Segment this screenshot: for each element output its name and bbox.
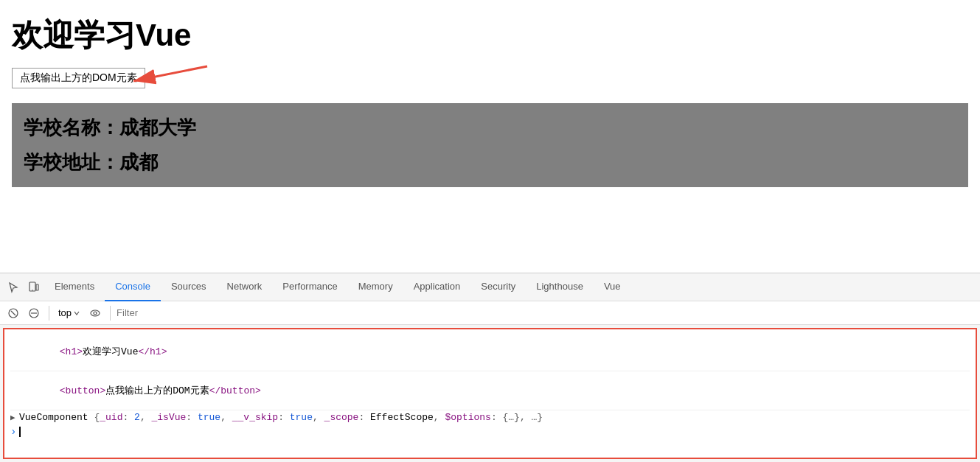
cursor-chevron: ›	[10, 426, 16, 438]
school-address-value: 成都	[119, 151, 158, 173]
dom-output-button[interactable]: 点我输出上方的DOM元素	[12, 68, 145, 88]
device-icon-btn[interactable]	[24, 277, 44, 298]
page-title: 欢迎学习Vue	[12, 15, 968, 56]
tab-performance[interactable]: Performance	[272, 273, 347, 301]
console-line-vue: ▶ VueComponent {_uid: 2, _isVue: true, _…	[10, 410, 970, 424]
school-address-label: 学校地址：	[24, 151, 119, 173]
toolbar-divider	[49, 306, 49, 321]
svg-point-4	[32, 290, 33, 291]
console-cursor-line: ›	[10, 424, 970, 439]
school-name: 学校名称：成都大学	[24, 115, 956, 141]
console-line-button: <button>点我输出上方的DOM元素</button>	[10, 371, 970, 410]
eye-btn[interactable]	[86, 304, 104, 322]
block-icon	[28, 307, 40, 319]
arrow-indicator	[126, 59, 215, 88]
school-address: 学校地址：成都	[24, 150, 956, 175]
filter-input[interactable]	[117, 307, 264, 318]
clear-icon	[7, 307, 19, 319]
eye-icon	[89, 307, 101, 319]
console-output: <h1>欢迎学习Vue</h1> <button>点我输出上方的DOM元素</b…	[3, 328, 977, 459]
context-label: top	[58, 307, 72, 318]
svg-line-1	[133, 66, 207, 81]
devtools-tabs-bar: Elements Console Sources Network Perform…	[0, 273, 980, 301]
tab-console[interactable]: Console	[105, 273, 161, 301]
school-name-label: 学校名称：	[24, 116, 119, 139]
tab-security[interactable]: Security	[470, 273, 526, 301]
cursor-icon-btn[interactable]	[3, 277, 24, 298]
cursor-icon	[7, 281, 19, 293]
school-name-value: 成都大学	[119, 116, 196, 139]
school-info: 学校名称：成都大学 学校地址：成都	[12, 103, 968, 187]
toolbar-divider-2	[110, 306, 111, 321]
clear-console-btn[interactable]	[4, 304, 22, 322]
expand-triangle[interactable]: ▶	[10, 413, 19, 422]
svg-rect-3	[36, 284, 38, 290]
tab-vue[interactable]: Vue	[594, 273, 631, 301]
cursor-bar	[19, 427, 21, 437]
chevron-down-icon	[73, 309, 80, 317]
svg-point-10	[94, 312, 97, 315]
page-content: 欢迎学习Vue 点我输出上方的DOM元素 学校名称：成都大学 学校地址：成都	[0, 0, 980, 273]
devtools-panel: Elements Console Sources Network Perform…	[0, 273, 980, 462]
tab-application[interactable]: Application	[403, 273, 471, 301]
block-btn[interactable]	[25, 304, 43, 322]
context-selector[interactable]: top	[55, 306, 83, 320]
console-toolbar: top	[0, 301, 980, 325]
svg-point-9	[91, 310, 100, 316]
tab-sources[interactable]: Sources	[161, 273, 217, 301]
tab-network[interactable]: Network	[217, 273, 273, 301]
button-row: 点我输出上方的DOM元素	[12, 68, 968, 88]
vue-component-text: VueComponent {_uid: 2, _isVue: true, __v…	[19, 412, 543, 423]
tab-elements[interactable]: Elements	[44, 273, 105, 301]
tab-memory[interactable]: Memory	[348, 273, 403, 301]
device-icon	[28, 281, 40, 293]
tab-lighthouse[interactable]: Lighthouse	[526, 273, 594, 301]
svg-line-6	[11, 311, 15, 315]
console-line-h1: <h1>欢迎学习Vue</h1>	[10, 332, 970, 371]
